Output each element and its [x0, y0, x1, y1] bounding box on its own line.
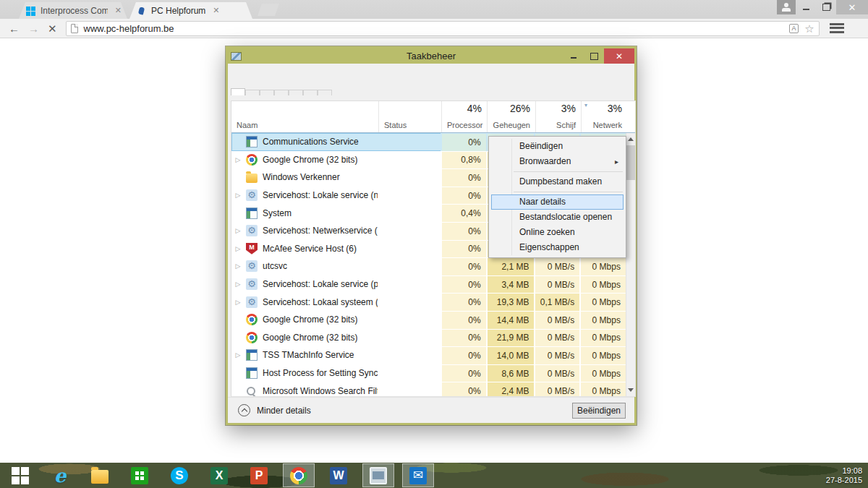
- process-row[interactable]: ▷ Servicehost: Lokale service (peer... 0…: [231, 275, 626, 294]
- column-header-cpu[interactable]: 4% Processor: [441, 101, 487, 132]
- tm-tab[interactable]: [260, 90, 274, 95]
- process-row[interactable]: ▷ Host Process for Setting Synchr... 0% …: [231, 364, 626, 382]
- process-status: [378, 293, 441, 311]
- fewer-details-toggle[interactable]: Minder details: [238, 404, 311, 416]
- minimize-button[interactable]: [796, 0, 816, 14]
- process-network: 0 Mbps: [579, 346, 626, 364]
- tm-tab[interactable]: [289, 90, 303, 95]
- context-menu-item[interactable]: Naar details ▸: [491, 194, 624, 210]
- bookmark-star-icon[interactable]: ☆: [804, 23, 814, 34]
- expander-icon[interactable]: ▷: [231, 192, 244, 199]
- restore-button[interactable]: [816, 0, 836, 14]
- new-tab-button[interactable]: [258, 4, 279, 16]
- taskbar-item[interactable]: [4, 463, 36, 487]
- context-menu-item[interactable]: Beëindigen ▸: [491, 139, 624, 154]
- browser-tab-interprocess[interactable]: Interprocess Communicat ✕: [19, 2, 127, 19]
- process-row[interactable]: ▷ utcsvc 0% 2,1 MB 0 MB/s 0 Mbps: [231, 257, 626, 275]
- context-menu-item[interactable]: ▸: [514, 171, 623, 172]
- process-icon: [246, 207, 258, 219]
- process-row[interactable]: ▷ Google Chrome (32 bits) 0% 21,9 MB 0 M…: [231, 329, 626, 347]
- taskbar-item[interactable]: [203, 463, 235, 487]
- expander-icon[interactable]: ▷: [231, 299, 244, 306]
- tray-icon[interactable]: [804, 468, 818, 483]
- context-menu: Beëindigen ▸ Bronwaarden ▸ ▸ Dumpbestand…: [488, 136, 626, 258]
- taskbar-item[interactable]: [84, 463, 116, 487]
- context-menu-item[interactable]: ▸: [514, 192, 623, 192]
- scroll-down-icon[interactable]: [628, 388, 634, 392]
- stop-icon[interactable]: ✕: [48, 23, 57, 34]
- taskbar-item[interactable]: [402, 463, 434, 487]
- translate-icon[interactable]: A: [789, 24, 799, 33]
- tm-tab[interactable]: [231, 88, 245, 95]
- tm-tab[interactable]: [274, 90, 289, 95]
- tm-close-button[interactable]: ✕: [604, 48, 634, 64]
- browser-tab-pc-helpforum[interactable]: PC Helpforum ✕: [129, 2, 252, 19]
- column-header-memory[interactable]: 26% Geheugen: [487, 101, 535, 132]
- scrollbar[interactable]: [626, 133, 635, 396]
- profile-icon[interactable]: [777, 0, 796, 14]
- url-text[interactable]: www.pc-helpforum.be: [84, 23, 790, 34]
- process-cpu: 0%: [441, 364, 486, 382]
- process-disk: 0 MB/s: [534, 346, 579, 364]
- chrome-menu-icon[interactable]: [830, 23, 844, 33]
- tab-close-icon[interactable]: ✕: [213, 7, 219, 14]
- tm-minimize-button[interactable]: [563, 48, 584, 64]
- tab-close-icon[interactable]: ✕: [115, 7, 122, 14]
- taskbar-item[interactable]: [362, 463, 394, 487]
- process-icon: [246, 136, 258, 147]
- process-status: [378, 222, 441, 240]
- tm-tab[interactable]: [303, 90, 318, 95]
- back-icon[interactable]: ←: [9, 23, 20, 34]
- process-disk: 0 MB/s: [534, 275, 579, 294]
- column-header-network[interactable]: ▾ 3% Netwerk: [581, 101, 627, 132]
- column-header-disk[interactable]: 3% Schijf: [535, 101, 581, 132]
- scrollbar-thumb[interactable]: [626, 145, 635, 180]
- taskbar-item[interactable]: [283, 463, 315, 487]
- task-manager-titlebar[interactable]: Taakbeheer ✕: [228, 48, 634, 64]
- taskbar-item[interactable]: [124, 463, 156, 487]
- context-menu-item[interactable]: Online zoeken ▸: [491, 225, 624, 240]
- expander-icon[interactable]: ▷: [231, 262, 244, 270]
- expander-icon[interactable]: ▷: [231, 245, 244, 252]
- expander-icon[interactable]: ▷: [231, 227, 244, 234]
- tm-tab[interactable]: [245, 90, 260, 95]
- process-status: [378, 240, 441, 258]
- expander-icon[interactable]: ▷: [231, 156, 244, 163]
- expander-icon[interactable]: ▷: [231, 281, 244, 288]
- forward-icon[interactable]: →: [28, 23, 39, 34]
- context-menu-item[interactable]: Bronwaarden ▸: [491, 154, 624, 169]
- tray-icon[interactable]: [785, 468, 799, 483]
- taskbar-clock[interactable]: 19:08 27-8-2015: [826, 466, 862, 485]
- context-menu-item[interactable]: Dumpbestand maken ▸: [491, 174, 624, 189]
- tray-icon[interactable]: [728, 468, 743, 483]
- end-task-button[interactable]: Beëindigen: [572, 403, 626, 419]
- tray-icon[interactable]: [766, 468, 780, 483]
- scroll-up-icon[interactable]: [628, 137, 634, 141]
- process-row[interactable]: ▷ TSS TMachInfo Service 0% 14,0 MB 0 MB/…: [231, 346, 626, 364]
- tm-tab[interactable]: [318, 90, 332, 95]
- column-header-name[interactable]: Naam: [231, 101, 378, 132]
- process-disk: 0 MB/s: [534, 364, 579, 382]
- process-name: Servicehost: Lokale service (net...: [263, 190, 378, 200]
- context-menu-item-label: Dumpbestand maken: [519, 176, 602, 187]
- column-header-status[interactable]: Status: [378, 101, 441, 132]
- process-row[interactable]: ▷ Servicehost: Lokaal systeem (17) 0% 19…: [231, 293, 626, 311]
- taskbar-app-icon: [290, 467, 307, 484]
- taskbar-item[interactable]: [44, 463, 76, 487]
- process-row[interactable]: ▷ Microsoft Windows Search Filte... 0% 2…: [231, 382, 626, 396]
- taskbar-item[interactable]: [323, 463, 354, 487]
- taskbar-item[interactable]: [243, 463, 275, 487]
- process-row[interactable]: ▷ Google Chrome (32 bits) 0% 14,4 MB 0 M…: [231, 311, 626, 329]
- tm-maximize-button[interactable]: [584, 48, 604, 64]
- expander-icon[interactable]: ▷: [231, 351, 244, 359]
- browser-toolbar: ← → ✕ www.pc-helpforum.be A ☆: [0, 19, 868, 38]
- address-bar[interactable]: www.pc-helpforum.be A ☆: [66, 21, 820, 36]
- browser-tab-strip: Interprocess Communicat ✕ PC Helpforum ✕…: [0, 0, 868, 19]
- context-menu-item[interactable]: Eigenschappen ▸: [491, 240, 624, 255]
- taskbar-item[interactable]: [163, 463, 195, 487]
- tray-icon[interactable]: [747, 468, 762, 483]
- close-button[interactable]: ✕: [836, 0, 868, 14]
- context-menu-item-label: Bestandslocatie openen: [519, 212, 612, 223]
- tray-icon[interactable]: [710, 468, 724, 483]
- context-menu-item[interactable]: Bestandslocatie openen ▸: [491, 210, 624, 225]
